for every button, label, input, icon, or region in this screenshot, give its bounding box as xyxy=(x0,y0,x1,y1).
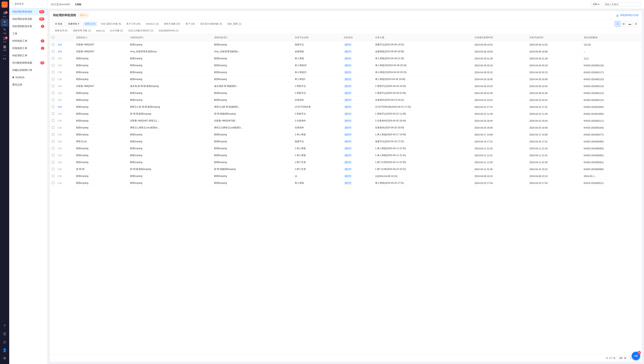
back-to-home[interactable]: ‹ 返回首页 xyxy=(9,0,48,8)
settings-view-button[interactable]: ⚙ xyxy=(633,21,639,27)
row-flow-data[interactable]: KHGD-2024001151 xyxy=(582,76,642,83)
row-subject[interactable]: 1.审批节点(2024-04-28 01:56) xyxy=(374,90,473,97)
row-flow-data[interactable]: KHGD-2024001171 xyxy=(582,69,642,76)
row-subject[interactable]: 加签节点(2024-04-16 17:31) xyxy=(374,138,473,145)
row-initiator[interactable]: 刘亚鲁 HMQ0407 xyxy=(75,41,128,48)
dept-select[interactable]: 全部 ▾ xyxy=(591,2,601,7)
row-flow-data[interactable]: KHGD-2024001111 xyxy=(582,117,642,124)
row-checkbox[interactable] xyxy=(52,50,54,53)
tab-customer[interactable]: 客户 (18) xyxy=(184,22,197,26)
pending-status-badge[interactable]: 待办 ▾ xyxy=(78,13,88,18)
row-flow-data[interactable]: 1111 xyxy=(582,55,642,62)
row-flow-data[interactable]: KHGD-2024000951 xyxy=(582,138,642,145)
tab-natie[interactable]: 拿铁不加糖 (10) xyxy=(162,22,182,26)
tab-sales-contract[interactable]: 销售合同 (5) xyxy=(53,28,70,33)
tab-px-obj[interactable]: px主对象 (2) xyxy=(108,28,125,33)
nav-more[interactable]: ⋯ 更多 xyxy=(1,53,8,60)
nav-calendar[interactable]: ▦ 日程 xyxy=(1,44,8,52)
sidebar-item-business-flow[interactable]: 待处理的业务流程 99+ xyxy=(9,15,48,23)
row-subject[interactable]: 任务协作(2024-04-20 16:00) xyxy=(374,124,473,131)
row-initiator[interactable]: 刘亚鲁 HMQ0407 xyxy=(75,83,128,90)
row-checkbox[interactable] xyxy=(52,112,54,115)
row-checkbox[interactable] xyxy=(52,92,54,94)
row-initiator[interactable]: 师世立Leo xyxy=(75,138,128,145)
row-checkbox[interactable] xyxy=(52,161,54,163)
row-subject[interactable]: 1.单人审批(2024-04-17 14:09) xyxy=(374,131,473,138)
search-input[interactable] xyxy=(602,2,641,7)
row-checkbox[interactable] xyxy=(52,43,54,46)
sidebar-item-workorder[interactable]: 工单 xyxy=(9,30,48,37)
row-subject[interactable]: 单人审批(2024-03-25 17:51) xyxy=(374,180,473,187)
row-subject[interactable]: 12(2024-04-08 10:10) xyxy=(374,173,473,180)
row-flow-data[interactable]: KHGD-2024000911 xyxy=(582,159,642,166)
row-checkbox[interactable] xyxy=(52,85,54,87)
grid-view-button[interactable]: ⊞ xyxy=(621,21,626,27)
row-flow-data[interactable]: KHGD-2024000771 xyxy=(582,131,642,138)
row-checkbox[interactable] xyxy=(52,119,54,122)
tab-custom-obj[interactable]: 自定义对象(示例)001 (2) xyxy=(126,28,155,33)
row-checkbox[interactable] xyxy=(52,133,54,136)
tab-payment[interactable]: 回款_预置 (1) xyxy=(226,22,243,26)
tab-testA[interactable]: testA (1) xyxy=(94,29,107,33)
nav-crm[interactable]: ◈ CRM xyxy=(1,19,8,27)
row-checkbox[interactable] xyxy=(52,99,54,101)
tab-free-flow[interactable]: 自由流程(INAG) (1) xyxy=(157,28,180,33)
row-flow-data[interactable]: KHGD-2024001181 xyxy=(582,62,642,69)
row-checkbox[interactable] xyxy=(52,57,54,60)
row-subject[interactable]: 单人审批(2024-04-29 21:28) xyxy=(374,55,473,62)
row-flow-data[interactable]: KHGD-2024010041 xyxy=(582,104,642,110)
row-subject[interactable]: 1.单人审批(2024-04-11 21:41) xyxy=(374,152,473,159)
tab-lctest111[interactable]: lctest111 (3) xyxy=(144,22,160,26)
row-flow-data[interactable]: KHGD-2024010051 xyxy=(582,110,642,117)
sidebar-item-phase-task[interactable]: 待处理的阶段任务 4 xyxy=(9,23,48,30)
select-all-checkbox[interactable] xyxy=(52,36,54,39)
row-checkbox[interactable] xyxy=(52,78,54,80)
sidebar-item-sales-order[interactable]: 待确认的销售订单 xyxy=(9,67,48,74)
row-flow-data[interactable]: KHGD-2024001141 xyxy=(582,83,642,90)
row-subject[interactable]: 会签审批(2024-05-08 18:58) xyxy=(374,48,473,55)
nav-help[interactable]: ? xyxy=(1,322,8,330)
page-select[interactable]: 1/2 xyxy=(617,356,627,360)
row-subject[interactable]: 1.单人审批(2024-04-11 21:42) xyxy=(374,145,473,152)
row-checkbox[interactable] xyxy=(52,140,54,143)
nav-team[interactable]: 👤 xyxy=(1,346,8,354)
row-flow-data[interactable]: KHGD-2024001131 xyxy=(582,90,642,97)
row-flow-data[interactable]: 2024-03-1... xyxy=(582,173,642,180)
row-subject[interactable]: 1.审批节点(2024-04-28 10:20) xyxy=(374,83,473,90)
row-subject[interactable]: 2.任务协作(2024-04-20 18:44) xyxy=(374,117,473,124)
row-subject[interactable]: 1.审批节点(2024-04-22 11:46) xyxy=(374,110,473,117)
row-checkbox[interactable] xyxy=(52,126,54,129)
nav-settings[interactable]: ⚙ xyxy=(1,354,8,362)
row-checkbox[interactable] xyxy=(52,64,54,67)
row-checkbox[interactable] xyxy=(52,147,54,149)
tab-all[interactable]: 全部 (117) xyxy=(83,22,97,26)
nav-fieldwork[interactable]: ✎ 外勤 xyxy=(1,27,8,35)
row-flow-data[interactable]: KHCD-2024000111 xyxy=(582,180,642,187)
compact-view-button[interactable]: ▬ xyxy=(627,21,632,27)
sidebar-item-delegation[interactable]: 委托记录 xyxy=(9,81,48,88)
list-view-button[interactable]: ☰ xyxy=(615,21,620,27)
nav-work[interactable]: ◫ 5 工作 xyxy=(1,36,8,43)
row-flow-data[interactable]: 123.00 xyxy=(582,41,642,48)
row-subject[interactable]: 单人审批22(2024-04-28 20:15) xyxy=(374,69,473,76)
row-flow-data[interactable]: KHGD-2024000831 xyxy=(582,145,642,152)
sidebar-item-910-pending[interactable]: ▶ 910待办 xyxy=(9,74,48,81)
row-initiator[interactable]: 刘亚鲁 HMQ0407 xyxy=(75,48,128,55)
row-checkbox[interactable] xyxy=(52,168,54,170)
row-initiator[interactable]: 邵 明 阳 xyxy=(75,166,128,173)
row-subject[interactable]: UI ACTION任务(2024-04-22 17:31) xyxy=(374,104,473,110)
sidebar-item-approval-flow[interactable]: 待处理的审批流程 99+ xyxy=(9,8,48,15)
row-checkbox[interactable] xyxy=(52,175,54,177)
row-checkbox[interactable] xyxy=(52,181,54,184)
row-subject[interactable]: 1.部门主管(2024-04-11 01:50) xyxy=(374,159,473,166)
row-flow-data[interactable]: KHGD-2024001121 xyxy=(582,97,642,104)
sidebar-item-process-workorder[interactable]: 待处理的工单 xyxy=(9,52,48,59)
sidebar-item-assign-workorder[interactable]: 待指派的工单 1 xyxy=(9,45,48,52)
tab-customer-workorder[interactable]: 客户工单 (64) xyxy=(124,22,142,26)
row-checkbox[interactable] xyxy=(52,71,54,73)
filter-button[interactable]: ⊞ 筛选 xyxy=(53,21,64,27)
nav-pending[interactable]: ⊞ 5 待办 xyxy=(1,10,8,18)
row-subject[interactable]: 单人审批33(2024-04-28 20:18) xyxy=(374,62,473,69)
tab-flow-layout[interactable]: 流程布局 对象 (1) xyxy=(71,28,93,33)
efficiency-link[interactable]: 📊 审批效率统计分析 xyxy=(616,14,639,17)
